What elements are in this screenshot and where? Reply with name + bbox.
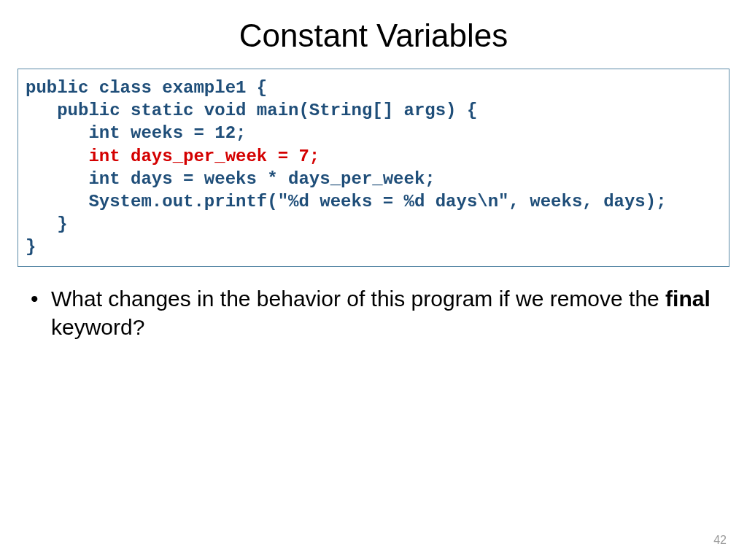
bullet-text-bold: final <box>665 287 711 311</box>
code-line: public class example1 { <box>26 78 267 98</box>
code-line: int weeks = 12; <box>26 123 246 143</box>
page-number: 42 <box>713 534 727 547</box>
code-line-highlight: int days_per_week = 7; <box>26 147 320 166</box>
bullet-text-pre: What changes in the behavior of this pro… <box>51 287 665 311</box>
code-line: System.out.printf("%d weeks = %d days\n"… <box>26 192 667 211</box>
bullet-list: • What changes in the behavior of this p… <box>29 284 718 341</box>
bullet-item: • What changes in the behavior of this p… <box>29 284 718 341</box>
code-line: public static void main(String[] args) { <box>26 101 477 120</box>
bullet-text-post: keyword? <box>51 315 144 339</box>
code-line: } <box>26 237 36 257</box>
code-line: } <box>26 214 68 234</box>
bullet-text: What changes in the behavior of this pro… <box>51 284 718 341</box>
bullet-dot: • <box>29 284 51 313</box>
code-line: int days = weeks * days_per_week; <box>26 169 436 189</box>
code-block: public class example1 { public static vo… <box>18 69 729 267</box>
slide-title: Constant Variables <box>0 0 747 69</box>
